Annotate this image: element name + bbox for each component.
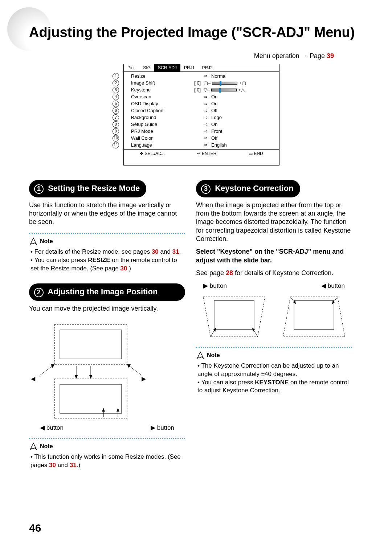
menu-row: Resize⇨Normal xyxy=(131,73,279,79)
right-button-label: ▶ button xyxy=(203,282,227,290)
section-3-see: See page 28 for details of Keystone Corr… xyxy=(196,269,352,277)
note-label: Note xyxy=(207,352,220,359)
section-2-body: You can move the projected image vertica… xyxy=(29,304,185,313)
svg-marker-13 xyxy=(51,364,54,368)
circled-1: 1 xyxy=(34,184,44,194)
section-2-note: Note This function only works in some Re… xyxy=(29,438,185,470)
menu-row: Keystone[ 0]▽–+△ xyxy=(131,86,279,93)
menu-row: Wall Color⇨Off xyxy=(131,135,279,142)
menu-footer: ✥ SEL./ADJ. ↵ ENTER ▭ END xyxy=(124,149,279,158)
menu-op-page: Page xyxy=(310,52,325,60)
tab-prj2: PRJ2 xyxy=(198,64,216,71)
left-button-label: ◀ button xyxy=(321,282,345,290)
right-arrow-icon: → xyxy=(301,52,308,60)
svg-rect-2 xyxy=(54,379,127,419)
svg-text:▶: ▶ xyxy=(142,376,146,382)
tab-pict: Pict. xyxy=(124,64,139,71)
note-item: You can also press KEYSTONE on the remot… xyxy=(197,379,352,395)
menu-operation-ref: Menu operation → Page 39 xyxy=(254,52,334,60)
tab-scr-adj: SCR-ADJ xyxy=(154,64,180,71)
section-3-note: Note The Keystone Correction can be adju… xyxy=(196,347,352,395)
menu-op-label: Menu operation xyxy=(254,52,299,60)
page-number: 46 xyxy=(29,522,41,534)
tab-sig: SIG xyxy=(139,64,154,71)
svg-marker-9 xyxy=(102,408,105,412)
menu-row: Background⇨Logo xyxy=(131,114,279,121)
footer-end: ▭ END xyxy=(249,151,263,156)
keystone-diagram-left xyxy=(279,293,348,340)
circled-2: 2 xyxy=(34,288,44,297)
svg-marker-24 xyxy=(283,297,345,337)
note-icon xyxy=(196,351,205,360)
keystone-diagram-right xyxy=(200,293,269,340)
svg-text:◀: ◀ xyxy=(31,376,36,382)
menu-op-page-num: 39 xyxy=(327,52,334,60)
note-item: For details of the Resize mode, see page… xyxy=(30,248,185,256)
svg-marker-15 xyxy=(127,364,131,368)
menu-row: Overscan⇨On xyxy=(131,93,279,100)
right-button-label: ▶ button xyxy=(151,424,174,432)
section-3-heading: 3 Keystone Correction xyxy=(196,180,300,197)
svg-rect-0 xyxy=(54,324,127,364)
menu-row: OSD Display⇨On xyxy=(131,100,279,107)
section-3-title: Keystone Correction xyxy=(215,184,293,193)
section-1-note: Note For details of the Resize mode, see… xyxy=(29,233,185,273)
image-shift-diagram: ◀ ▶ xyxy=(29,321,152,422)
svg-rect-19 xyxy=(214,301,254,330)
footer-enter: ↵ ENTER xyxy=(197,151,217,156)
section-3-bold: Select "Keystone" on the "SCR-ADJ" menu … xyxy=(196,248,352,265)
svg-marker-5 xyxy=(75,375,78,379)
menu-tabs: Pict. SIG SCR-ADJ PRJ1 PRJ2 xyxy=(124,64,279,72)
menu-row: Image Shift[ 0]▢–+▢ xyxy=(131,79,279,86)
section-1-heading: 1 Setting the Resize Mode xyxy=(29,180,146,197)
page-title: Adjusting the Projected Image ("SCR-ADJ"… xyxy=(29,25,355,40)
menu-row: Closed Caption⇨Off xyxy=(131,107,279,114)
menu-row-numbers: 1 2 3 4 5 6 7 8 9 10 11 xyxy=(112,73,120,148)
menu-row: PRJ Mode⇨Front xyxy=(131,128,279,135)
svg-marker-7 xyxy=(89,375,92,379)
circled-3: 3 xyxy=(201,184,211,194)
section-3-body: When the image is projected either from … xyxy=(196,201,352,244)
section-1-body: Use this function to stretch the image v… xyxy=(29,201,185,226)
note-label: Note xyxy=(40,443,53,450)
note-item: The Keystone Correction can be adjusted … xyxy=(197,362,352,379)
note-label: Note xyxy=(40,238,53,245)
menu-row: Setup Guide⇨On xyxy=(131,121,279,128)
svg-marker-18 xyxy=(203,297,265,337)
left-button-label: ◀ button xyxy=(40,424,64,432)
section-1-title: Setting the Resize Mode xyxy=(48,184,140,193)
svg-rect-1 xyxy=(60,330,122,359)
scr-adj-menu-diagram: Pict. SIG SCR-ADJ PRJ1 PRJ2 Resize⇨Norma… xyxy=(123,64,279,165)
note-item: This function only works in some Resize … xyxy=(30,453,185,470)
note-icon xyxy=(29,442,38,451)
note-item: You can also press RESIZE on the remote … xyxy=(30,256,185,273)
svg-marker-11 xyxy=(117,408,119,412)
section-2-heading: 2 Adjusting the Image Position xyxy=(29,283,185,301)
svg-rect-25 xyxy=(294,301,334,330)
note-icon xyxy=(29,237,38,246)
menu-row: Language⇨English xyxy=(131,142,279,148)
footer-sel: ✥ SEL./ADJ. xyxy=(140,151,165,156)
svg-rect-3 xyxy=(60,384,122,413)
tab-prj1: PRJ1 xyxy=(180,64,198,71)
section-2-title: Adjusting the Image Position xyxy=(48,287,158,296)
